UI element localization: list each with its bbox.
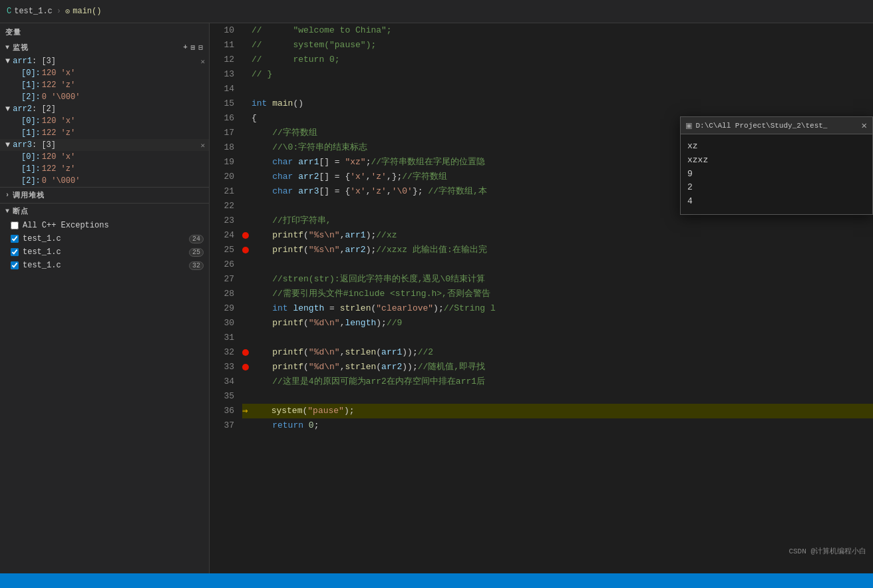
variables-label: 变量 xyxy=(5,27,21,37)
bp-item-exceptions: All C++ Exceptions xyxy=(0,219,209,232)
sidebar: 变量 ▼ 监视 + ⊞ ⊟ ▼ arr1 : [3] ✕ xyxy=(0,23,210,573)
terminal-close-btn[interactable]: ✕ xyxy=(862,120,867,131)
arr1-val0: 120 'x' xyxy=(42,69,75,78)
arrow-indicator-36: ⇒ xyxy=(242,404,248,418)
code-line-29: int length = strlen("clearlove");//Strin… xyxy=(242,301,873,316)
watch-section-header[interactable]: ▼ 监视 + ⊞ ⊟ xyxy=(0,40,209,55)
watch-header-left: ▼ 监视 xyxy=(5,43,29,53)
arr1-idx1: [1]: xyxy=(21,80,41,90)
call-stack-header[interactable]: › 调用堆栈 xyxy=(0,188,209,203)
bp-item-24: test_1.c 24 xyxy=(0,232,209,245)
arr1-item-1: [1]: 122 'z' xyxy=(0,79,209,91)
call-stack-left: › 调用堆栈 xyxy=(5,190,45,200)
arr2-expand-arrow: ▼ xyxy=(5,104,10,114)
editor-area: 10 11 12 13 14 15 16 17 18 19 20 21 22 2… xyxy=(210,23,873,573)
arr2-info: : [2] xyxy=(32,104,56,114)
arr2-val0: 120 'x' xyxy=(42,116,75,126)
bp-25-checkbox[interactable] xyxy=(11,248,19,256)
code-line-12: // return 0; xyxy=(242,53,873,67)
main-layout: 变量 ▼ 监视 + ⊞ ⊟ ▼ arr1 : [3] ✕ xyxy=(0,23,873,573)
terminal-output-1: xzxz xyxy=(687,154,866,168)
code-line-15: int main() xyxy=(242,96,873,111)
bp-32-checkbox[interactable] xyxy=(11,261,19,269)
breakpoints-label: 断点 xyxy=(13,206,29,216)
arr3-idx2: [2]: xyxy=(21,176,41,186)
arr3-close-btn[interactable]: ✕ xyxy=(200,141,205,150)
code-line-26 xyxy=(242,257,873,272)
arr2-item-1: [1]: 122 'z' xyxy=(0,127,209,139)
bp-32-file: test_1.c xyxy=(23,261,61,270)
bp-25-file: test_1.c xyxy=(23,247,61,257)
terminal-output-2: 9 xyxy=(687,168,866,182)
arr1-info: : [3] xyxy=(32,57,56,66)
arr3-val1: 122 'z' xyxy=(42,164,75,174)
variables-section-header[interactable]: 变量 xyxy=(0,23,209,40)
terminal-overlay: ▣ D:\C\All Project\Study_2\test_ ✕ xz xz… xyxy=(680,116,873,215)
arr1-val2: 0 '\000' xyxy=(42,92,81,102)
watch-arr3-header[interactable]: ▼ arr3 : [3] ✕ xyxy=(0,139,209,151)
code-line-14 xyxy=(242,82,873,96)
bp-item-32: test_1.c 32 xyxy=(0,259,209,272)
arr1-idx0: [0]: xyxy=(21,69,41,78)
bp-exceptions-label: All C++ Exceptions xyxy=(23,221,109,230)
arr2-idx0: [0]: xyxy=(21,116,41,126)
watermark: CSDN @计算机编程小白 xyxy=(788,546,866,556)
arr3-item-1: [1]: 122 'z' xyxy=(0,163,209,175)
watch-expand-arrow: ▼ xyxy=(5,44,10,51)
delete-watch-icon[interactable]: ⊟ xyxy=(198,43,204,52)
arr2-val1: 122 'z' xyxy=(42,128,75,138)
terminal-titlebar: ▣ D:\C\All Project\Study_2\test_ ✕ xyxy=(681,117,872,134)
bp-25-badge: 25 xyxy=(189,248,204,257)
call-stack-label: 调用堆栈 xyxy=(13,190,45,200)
code-line-35 xyxy=(242,389,873,404)
watch-arr1-header[interactable]: ▼ arr1 : [3] ✕ xyxy=(0,55,209,67)
code-line-31 xyxy=(242,331,873,345)
code-line-28: //需要引用头文件#include <string.h>,否则会警告 xyxy=(242,287,873,301)
code-line-34: //这里是4的原因可能为arr2在内存空间中排在arr1后 xyxy=(242,374,873,389)
call-stack-arrow: › xyxy=(5,192,10,199)
arr2-idx1: [1]: xyxy=(21,128,41,138)
arr3-info: : [3] xyxy=(32,140,56,150)
arr1-expand-arrow: ▼ xyxy=(5,57,10,66)
arr3-idx1: [1]: xyxy=(21,164,41,174)
code-line-36: ⇒ system("pause"); xyxy=(242,404,873,418)
arr1-item-0: [0]: 120 'x' xyxy=(0,67,209,79)
breadcrumb-symbol: ⊙ xyxy=(65,7,70,17)
bp-dot-32 xyxy=(242,349,249,356)
code-line-32: printf("%d\n",strlen(arr1));//2 xyxy=(242,345,873,360)
arr3-name: arr3 xyxy=(13,140,32,150)
add-watch-icon[interactable]: + xyxy=(183,43,188,52)
breakpoints-header[interactable]: ▼ 断点 xyxy=(0,204,209,219)
terminal-output-4: 4 xyxy=(687,195,866,209)
copy-watch-icon[interactable]: ⊞ xyxy=(191,43,196,52)
bp-24-file: test_1.c xyxy=(23,234,61,243)
arr3-val0: 120 'x' xyxy=(42,152,75,162)
watch-arr2-header[interactable]: ▼ arr2 : [2] xyxy=(0,103,209,115)
arr3-expand-arrow: ▼ xyxy=(5,140,10,150)
arr1-close-btn[interactable]: ✕ xyxy=(200,57,205,66)
bp-exceptions-checkbox[interactable] xyxy=(11,221,19,229)
terminal-body: xz xzxz 9 2 4 xyxy=(681,134,872,214)
watch-section: ▼ 监视 + ⊞ ⊟ ▼ arr1 : [3] ✕ [0]: 120 'x' xyxy=(0,40,209,188)
breadcrumb: C test_1.c › ⊙ main() xyxy=(7,7,101,17)
arr3-idx0: [0]: xyxy=(21,152,41,162)
watch-label: 监视 xyxy=(13,43,29,53)
bp-dot-33 xyxy=(242,364,249,370)
code-line-25: printf("%s\n",arr2);//xzxz 此输出值:在输出完 xyxy=(242,243,873,257)
bp-dot-25 xyxy=(242,247,249,253)
status-bar xyxy=(0,573,873,588)
breadcrumb-file: test_1.c xyxy=(14,7,53,16)
arr3-item-0: [0]: 120 'x' xyxy=(0,151,209,163)
variables-header-left: 变量 xyxy=(5,27,21,37)
bp-24-badge: 24 xyxy=(189,235,204,243)
terminal-output-3: 2 xyxy=(687,181,866,195)
code-line-13: // } xyxy=(242,67,873,82)
bp-24-checkbox[interactable] xyxy=(11,235,19,243)
arr3-item-2: [2]: 0 '\000' xyxy=(0,175,209,187)
watch-header-actions: + ⊞ ⊟ xyxy=(183,43,204,52)
code-line-11: // system("pause"); xyxy=(242,38,873,53)
bp-item-25: test_1.c 25 xyxy=(0,245,209,259)
breadcrumb-function: main() xyxy=(73,7,101,16)
code-lines[interactable]: // "welcome to China"; // system("pause"… xyxy=(240,23,873,573)
arr1-val1: 122 'z' xyxy=(42,80,75,90)
